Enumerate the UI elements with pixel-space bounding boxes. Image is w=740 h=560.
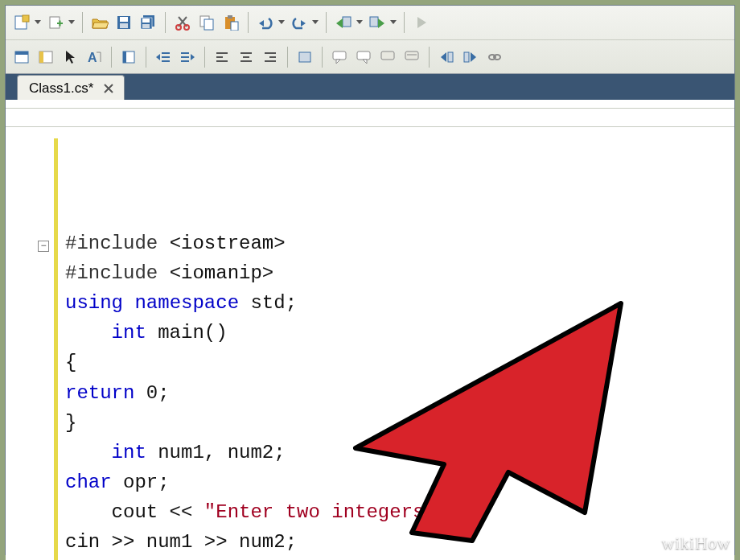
svg-marker-23 bbox=[278, 20, 285, 24]
align-right-icon[interactable] bbox=[259, 46, 282, 68]
comment-4-icon[interactable] bbox=[401, 46, 423, 68]
svg-marker-44 bbox=[156, 54, 160, 60]
svg-marker-62 bbox=[363, 60, 367, 64]
layout-icon[interactable] bbox=[117, 46, 140, 68]
svg-rect-14 bbox=[142, 24, 150, 28]
toolbar-separator bbox=[404, 12, 405, 33]
code-line[interactable]: cout << "Enter two integers: "; bbox=[65, 497, 734, 527]
svg-marker-37 bbox=[66, 51, 75, 64]
code-line[interactable]: using namespace std; bbox=[65, 288, 734, 318]
toolbar-row-1 bbox=[6, 6, 734, 39]
svg-rect-29 bbox=[370, 17, 378, 27]
toolbar-row-2: A bbox=[6, 39, 734, 73]
box-icon[interactable] bbox=[294, 46, 316, 68]
code-line[interactable]: int main() bbox=[65, 318, 734, 348]
code-line[interactable]: } bbox=[65, 408, 734, 438]
svg-rect-6 bbox=[60, 21, 61, 27]
pointer-tool-icon[interactable] bbox=[59, 46, 81, 68]
svg-rect-64 bbox=[405, 51, 418, 60]
nav-back-dropdown[interactable] bbox=[355, 11, 364, 34]
active-tab[interactable]: Class1.cs* bbox=[17, 75, 125, 101]
link-icon[interactable] bbox=[483, 46, 506, 68]
svg-rect-26 bbox=[343, 17, 351, 27]
client-area: − #include <iostream>#include <iomanip>u… bbox=[6, 100, 734, 560]
nav-back-button[interactable] bbox=[332, 11, 355, 34]
svg-rect-59 bbox=[333, 51, 346, 60]
code-token: char bbox=[65, 471, 123, 493]
svg-point-16 bbox=[184, 25, 189, 30]
svg-rect-67 bbox=[448, 52, 453, 62]
code-line[interactable]: char opr; bbox=[65, 467, 734, 497]
save-button[interactable] bbox=[113, 11, 135, 34]
step-fwd-icon[interactable] bbox=[459, 46, 482, 68]
close-tab-icon[interactable] bbox=[101, 81, 116, 96]
code-token: <iomanip> bbox=[170, 262, 274, 284]
toolbar-separator bbox=[165, 12, 166, 33]
code-token: int bbox=[112, 442, 158, 463]
svg-marker-25 bbox=[312, 20, 319, 24]
code-area[interactable]: #include <iostream>#include <iomanip>usi… bbox=[54, 138, 734, 560]
window-1-icon[interactable] bbox=[10, 46, 33, 68]
undo-button[interactable] bbox=[254, 11, 277, 34]
svg-rect-13 bbox=[142, 19, 150, 23]
svg-rect-61 bbox=[357, 51, 370, 60]
fold-toggle-icon[interactable]: − bbox=[38, 241, 49, 252]
nav-fwd-dropdown[interactable] bbox=[388, 11, 398, 34]
svg-point-15 bbox=[176, 25, 181, 30]
svg-rect-58 bbox=[299, 52, 310, 62]
align-left-icon[interactable] bbox=[211, 46, 233, 68]
indent-icon[interactable] bbox=[176, 46, 199, 68]
toolbar-separator bbox=[248, 12, 249, 33]
copy-button[interactable] bbox=[195, 11, 218, 34]
code-token: } bbox=[65, 412, 76, 434]
redo-dropdown[interactable] bbox=[310, 11, 320, 34]
code-line[interactable]: #include <iomanip> bbox=[65, 258, 734, 288]
svg-marker-7 bbox=[68, 20, 75, 24]
add-item-button[interactable] bbox=[44, 11, 67, 34]
code-token: "Enter two integers: " bbox=[204, 501, 459, 523]
code-token: #include bbox=[65, 262, 170, 284]
nav-fwd-button[interactable] bbox=[366, 11, 388, 34]
code-line[interactable]: { bbox=[65, 348, 734, 377]
undo-dropdown[interactable] bbox=[277, 11, 286, 34]
code-editor[interactable]: − #include <iostream>#include <iomanip>u… bbox=[6, 138, 734, 560]
redo-button[interactable] bbox=[288, 11, 310, 34]
svg-rect-1 bbox=[23, 15, 29, 22]
svg-rect-34 bbox=[15, 51, 28, 55]
code-token: using bbox=[65, 292, 134, 314]
svg-text:A: A bbox=[88, 51, 97, 64]
navigation-dropdown-bar[interactable] bbox=[6, 108, 734, 127]
comment-1-icon[interactable] bbox=[328, 46, 351, 68]
toolbar-separator bbox=[204, 47, 205, 68]
paste-button[interactable] bbox=[220, 11, 242, 34]
svg-marker-27 bbox=[336, 19, 343, 28]
add-item-dropdown[interactable] bbox=[67, 11, 76, 34]
code-token: 0; bbox=[146, 382, 170, 404]
text-tool-icon[interactable]: A bbox=[83, 46, 105, 68]
svg-marker-30 bbox=[378, 19, 384, 28]
new-item-dropdown[interactable] bbox=[33, 11, 43, 34]
code-line[interactable]: return 0; bbox=[65, 378, 734, 408]
code-token: opr; bbox=[123, 471, 170, 493]
window-2-icon[interactable] bbox=[35, 46, 57, 68]
toolbar-separator bbox=[146, 47, 146, 68]
toolbar-separator bbox=[429, 47, 430, 68]
cut-button[interactable] bbox=[171, 11, 194, 34]
svg-rect-20 bbox=[228, 15, 232, 19]
svg-rect-10 bbox=[120, 23, 128, 28]
code-line[interactable]: cin >> num1 >> num2; bbox=[65, 527, 734, 557]
comment-2-icon[interactable] bbox=[352, 46, 375, 68]
align-center-icon[interactable] bbox=[235, 46, 257, 68]
save-all-button[interactable] bbox=[137, 11, 159, 34]
open-button[interactable] bbox=[88, 11, 111, 34]
comment-3-icon[interactable] bbox=[376, 46, 399, 68]
code-line[interactable]: int num1, num2; bbox=[65, 438, 734, 467]
step-back-icon[interactable] bbox=[435, 46, 458, 68]
code-line[interactable]: #include <iostream> bbox=[65, 229, 734, 258]
start-debug-button[interactable] bbox=[410, 11, 433, 34]
new-item-button[interactable] bbox=[10, 11, 33, 34]
code-token: namespace bbox=[134, 292, 250, 314]
code-token: cout << bbox=[112, 501, 204, 523]
outdent-icon[interactable] bbox=[152, 46, 175, 68]
svg-rect-36 bbox=[39, 51, 43, 63]
